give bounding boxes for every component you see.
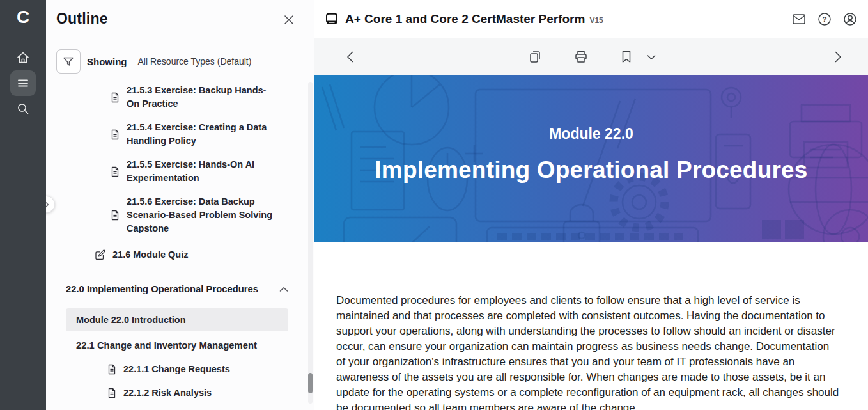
outline-item-label: 21.5.3 Exercise: Backup Hands-On Practic… [127,84,277,111]
bookmark-icon [619,50,633,64]
search-icon [16,102,30,116]
header-actions: ? [791,12,858,27]
outline-divider [56,276,304,276]
outline-item-21-5-4[interactable]: 21.5.4 Exercise: Creating a Data Handlin… [46,121,314,148]
help-button[interactable]: ? [817,12,832,27]
outline-item-22-1-2[interactable]: 22.1.2 Risk Analysis [46,381,314,404]
course-header: A+ Core 1 and Core 2 CertMaster Perform … [314,0,868,38]
print-icon [573,49,589,65]
outline-section-label: 22.0 Implementing Operational Procedures [66,283,258,296]
search-button[interactable] [10,96,36,122]
outline-panel: Outline Showing All Resource Types (Defa… [46,0,314,410]
outline-subsection-label: 22.1 Change and Inventory Management [76,339,257,352]
document-icon [110,166,120,177]
outline-section-22-0[interactable]: 22.0 Implementing Operational Procedures [46,282,314,296]
outline-item-label: 21.6 Module Quiz [112,248,188,262]
comptia-logo[interactable]: C [17,6,29,28]
filter-value: All Resource Types (Default) [138,56,252,67]
filter-row: Showing All Resource Types (Default) [56,49,314,74]
outline-subsection-22-1[interactable]: 22.1 Change and Inventory Management [46,334,314,357]
account-button[interactable] [842,12,858,27]
lesson-content: Documented procedures for employees and … [314,242,868,410]
reader-toolbar [314,38,868,75]
previous-page-button[interactable] [340,47,359,67]
document-icon [110,129,120,140]
lesson-paragraph: Documented procedures for employees and … [336,293,840,410]
hero-title: Implementing Operational Procedures [375,157,807,184]
outline-item-label: 21.5.4 Exercise: Creating a Data Handlin… [127,121,277,148]
mail-icon [791,12,807,27]
chevron-up-icon [279,287,288,292]
outline-scrollbar-thumb[interactable] [308,373,313,393]
close-outline-button[interactable] [281,12,297,30]
hamburger-icon [16,76,30,90]
course-title: A+ Core 1 and Core 2 CertMaster Perform [345,12,585,26]
bookmark-button[interactable] [617,47,636,67]
help-icon: ? [817,12,832,27]
home-button[interactable] [10,45,36,70]
filter-button[interactable] [56,49,81,74]
outline-item-21-6-quiz[interactable]: 21.6 Module Quiz [46,248,314,262]
home-icon [16,51,30,65]
chevron-right-icon [835,51,842,63]
outline-item-22-1-1[interactable]: 22.1.1 Change Requests [46,358,314,381]
copy-icon [527,49,543,65]
next-page-button[interactable] [828,47,848,67]
copy-button[interactable] [525,47,545,67]
course-version: V15 [589,16,603,25]
outline-item-21-5-3[interactable]: 21.5.3 Exercise: Backup Hands-On Practic… [46,84,314,111]
book-icon [325,12,339,26]
messages-button[interactable] [791,12,807,27]
rail-nav [10,45,36,122]
chevron-down-icon [647,54,656,60]
account-icon [842,12,858,27]
outline-item-21-5-6[interactable]: 21.5.6 Exercise: Data Backup Scenario-Ba… [46,195,314,235]
module-hero-banner: Module 22.0 Implementing Operational Pro… [314,75,868,242]
outline-title: Outline [56,10,108,28]
hero-text: Module 22.0 Implementing Operational Pro… [314,75,868,242]
filter-showing-label: Showing [87,56,127,67]
bookmark-menu-button[interactable] [643,47,660,67]
main-content-area: A+ Core 1 and Core 2 CertMaster Perform … [314,0,868,410]
document-icon [110,210,120,221]
app-rail: C [0,0,46,410]
chevron-left-icon [346,51,353,63]
outline-item-label: 21.5.5 Exercise: Hands-On AI Experimenta… [127,158,277,185]
hero-module-label: Module 22.0 [549,125,633,143]
document-icon [110,92,120,103]
document-icon [107,388,117,398]
outline-item-module-22-introduction[interactable]: Module 22.0 Introduction [66,308,288,331]
outline-item-label: 22.1.2 Risk Analysis [123,386,212,400]
outline-menu-button[interactable] [10,70,36,96]
document-icon [107,364,117,375]
certmaster-app: C Outline [0,0,868,410]
close-icon [283,14,295,26]
outline-tree: 21.5.3 Exercise: Backup Hands-On Practic… [46,84,314,404]
quiz-compose-icon [95,249,106,260]
outline-item-label: Module 22.0 Introduction [76,313,186,327]
svg-text:?: ? [822,15,826,23]
outline-panel-header: Outline [46,0,314,30]
outline-scrollbar[interactable] [308,82,313,404]
print-button[interactable] [571,47,591,67]
outline-item-21-5-5[interactable]: 21.5.5 Exercise: Hands-On AI Experimenta… [46,158,314,185]
outline-item-label: 21.5.6 Exercise: Data Backup Scenario-Ba… [127,195,277,235]
outline-item-label: 22.1.1 Change Requests [123,363,230,376]
filter-icon [62,55,75,68]
